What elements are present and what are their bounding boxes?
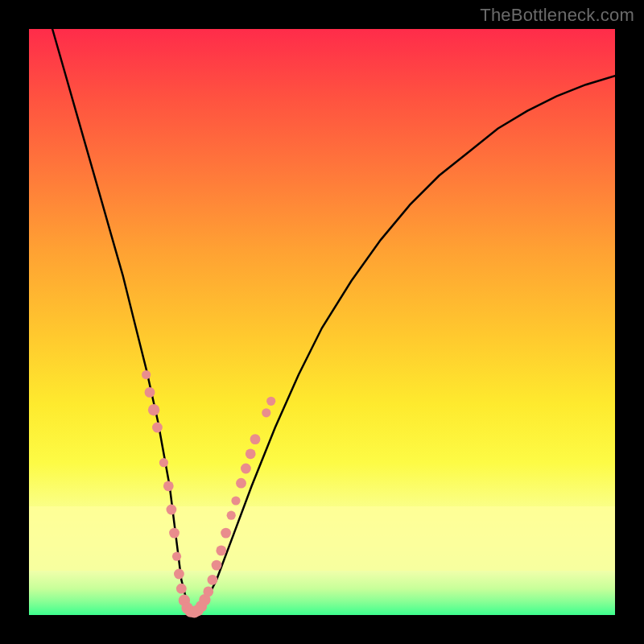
marker-point <box>163 481 174 491</box>
chart-svg <box>29 29 615 615</box>
marker-group <box>142 370 275 618</box>
marker-point <box>172 552 181 561</box>
attribution-text: TheBottleneck.com <box>480 5 634 26</box>
chart-plot-area <box>29 29 615 615</box>
marker-point <box>221 528 231 539</box>
marker-point <box>246 448 256 459</box>
marker-point <box>176 584 187 594</box>
marker-point <box>169 528 180 539</box>
marker-point <box>266 397 275 406</box>
marker-point <box>152 423 163 433</box>
marker-point <box>212 560 222 571</box>
marker-point <box>159 458 168 467</box>
marker-point <box>208 575 218 585</box>
marker-point <box>167 505 177 515</box>
marker-point <box>148 404 159 415</box>
marker-point <box>203 587 213 597</box>
marker-point <box>231 496 240 505</box>
bottleneck-curve <box>52 29 615 612</box>
curve-line <box>52 29 615 612</box>
marker-point <box>236 478 246 489</box>
marker-point <box>262 408 270 417</box>
marker-point <box>250 434 261 444</box>
marker-point <box>216 546 226 556</box>
marker-point <box>241 464 251 474</box>
marker-point <box>145 387 155 398</box>
marker-point <box>142 370 151 379</box>
marker-point <box>174 569 184 580</box>
marker-point <box>227 511 236 520</box>
